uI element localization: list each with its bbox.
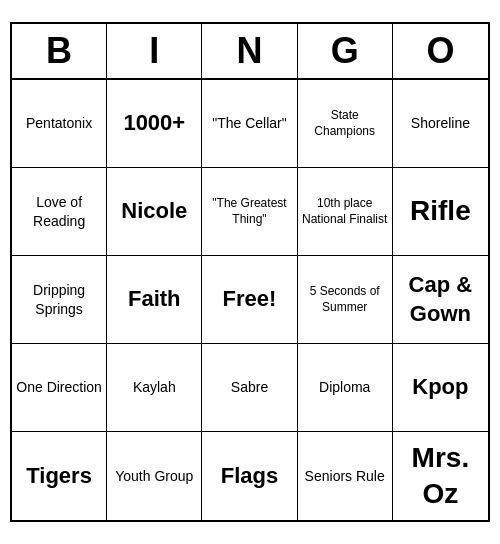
bingo-cell: Tigers [12, 432, 107, 520]
bingo-card: BINGO Pentatonix1000+"The Cellar"State C… [10, 22, 490, 522]
bingo-cell: Nicole [107, 168, 202, 256]
bingo-cell: State Champions [298, 80, 393, 168]
bingo-cell: Rifle [393, 168, 488, 256]
bingo-cell: Kpop [393, 344, 488, 432]
bingo-cell: One Direction [12, 344, 107, 432]
bingo-grid: Pentatonix1000+"The Cellar"State Champio… [12, 80, 488, 520]
header-letter: G [298, 24, 393, 78]
bingo-cell: Seniors Rule [298, 432, 393, 520]
bingo-cell: Youth Group [107, 432, 202, 520]
bingo-cell: "The Greatest Thing" [202, 168, 297, 256]
header-letter: I [107, 24, 202, 78]
bingo-cell: Diploma [298, 344, 393, 432]
bingo-cell: 10th place National Finalist [298, 168, 393, 256]
bingo-cell: Cap & Gown [393, 256, 488, 344]
bingo-cell: 5 Seconds of Summer [298, 256, 393, 344]
header-letter: N [202, 24, 297, 78]
header-letter: B [12, 24, 107, 78]
bingo-cell: Free! [202, 256, 297, 344]
bingo-header: BINGO [12, 24, 488, 80]
bingo-cell: Shoreline [393, 80, 488, 168]
bingo-cell: Pentatonix [12, 80, 107, 168]
bingo-cell: Dripping Springs [12, 256, 107, 344]
bingo-cell: 1000+ [107, 80, 202, 168]
bingo-cell: Mrs. Oz [393, 432, 488, 520]
header-letter: O [393, 24, 488, 78]
bingo-cell: Sabre [202, 344, 297, 432]
bingo-cell: Flags [202, 432, 297, 520]
bingo-cell: Love of Reading [12, 168, 107, 256]
bingo-cell: Kaylah [107, 344, 202, 432]
bingo-cell: "The Cellar" [202, 80, 297, 168]
bingo-cell: Faith [107, 256, 202, 344]
